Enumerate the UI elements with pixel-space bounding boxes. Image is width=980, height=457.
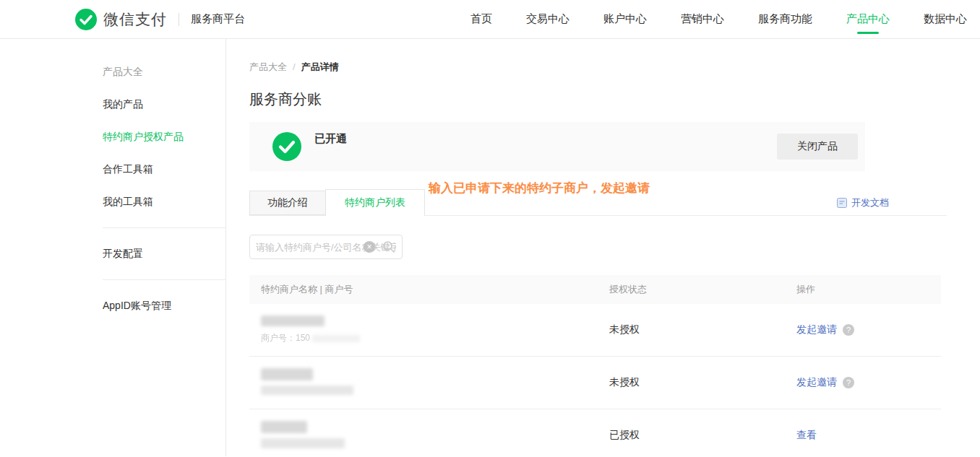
merchant-name-cell: 商户号：150 bbox=[249, 315, 609, 344]
nav-item-home[interactable]: 首页 bbox=[470, 12, 492, 26]
main-content: 产品大全/产品详情 服务商分账 已开通 关闭产品 功能介绍 特约商户列表 输入已… bbox=[226, 39, 980, 456]
dev-doc-link-label: 开发文档 bbox=[851, 196, 889, 209]
sidebar-item-my-toolbox[interactable]: 我的工具箱 bbox=[103, 195, 225, 209]
page-title: 服务商分账 bbox=[249, 90, 947, 109]
merchant-id-line: 商户号：150 bbox=[261, 332, 609, 344]
breadcrumb-current: 产品详情 bbox=[301, 61, 339, 72]
document-icon bbox=[837, 198, 847, 208]
redacted-merchant-name bbox=[261, 438, 345, 448]
merchant-name-cell bbox=[249, 421, 609, 451]
logo-divider bbox=[179, 13, 179, 26]
actions-cell: 发起邀请 ? bbox=[796, 376, 941, 389]
breadcrumb: 产品大全/产品详情 bbox=[249, 61, 947, 74]
view-link[interactable]: 查看 bbox=[796, 429, 817, 442]
annotation-text: 输入已申请下来的特约子商户，发起邀请 bbox=[429, 180, 650, 196]
close-product-button[interactable]: 关闭产品 bbox=[777, 134, 858, 160]
nav-item-trade-center[interactable]: 交易中心 bbox=[526, 12, 569, 26]
sidebar-item-product-catalog[interactable]: 产品大全 bbox=[103, 65, 225, 79]
search-box: × bbox=[249, 235, 403, 259]
nav-item-sp-features[interactable]: 服务商功能 bbox=[758, 12, 812, 26]
sidebar-item-my-products[interactable]: 我的产品 bbox=[103, 97, 225, 111]
sidebar-item-submch-auth-products[interactable]: 特约商户授权产品 bbox=[103, 130, 225, 144]
nav-item-marketing-center[interactable]: 营销中心 bbox=[681, 12, 724, 26]
wechat-pay-logo-icon bbox=[75, 9, 97, 30]
tab-bar: 功能介绍 特约商户列表 输入已申请下来的特约子商户，发起邀请 开发文档 bbox=[249, 190, 947, 216]
sidebar-divider bbox=[103, 227, 225, 228]
portal-name: 服务商平台 bbox=[191, 12, 245, 26]
top-header: 微信支付 服务商平台 首页 交易中心 账户中心 营销中心 服务商功能 产品中心 … bbox=[0, 0, 980, 39]
redacted-merchant-name bbox=[261, 368, 313, 380]
search-icon[interactable] bbox=[382, 240, 395, 256]
redacted-merchant-id bbox=[312, 335, 360, 342]
logo-text: 微信支付 bbox=[103, 9, 167, 30]
dev-doc-link[interactable]: 开发文档 bbox=[837, 196, 889, 209]
check-circle-icon bbox=[272, 132, 301, 161]
send-invite-link[interactable]: 发起邀请 bbox=[796, 376, 837, 389]
help-icon[interactable]: ? bbox=[843, 324, 854, 336]
nav-item-product-center[interactable]: 产品中心 bbox=[846, 12, 890, 26]
status-text: 已开通 bbox=[314, 132, 347, 146]
tab-submch-list[interactable]: 特约商户列表 bbox=[325, 189, 425, 216]
table-row: 未授权 发起邀请 ? bbox=[249, 357, 941, 409]
merchant-id-prefix: 商户号：150 bbox=[261, 332, 310, 344]
help-icon[interactable]: ? bbox=[843, 377, 854, 388]
redacted-merchant-name bbox=[261, 386, 353, 395]
table-row: 已授权 查看 bbox=[249, 409, 941, 457]
submch-table: 特约商户名称 | 商户号 授权状态 操作 商户号：150 未授权 发起邀请 ? bbox=[249, 275, 941, 457]
status-banner: 已开通 关闭产品 bbox=[249, 122, 865, 171]
breadcrumb-parent[interactable]: 产品大全 bbox=[249, 61, 287, 72]
top-nav: 首页 交易中心 账户中心 营销中心 服务商功能 产品中心 数据中心 bbox=[470, 12, 967, 26]
search-input[interactable] bbox=[249, 235, 403, 259]
sidebar-item-appid-management[interactable]: AppID账号管理 bbox=[103, 299, 225, 313]
table-header-row: 特约商户名称 | 商户号 授权状态 操作 bbox=[249, 275, 941, 304]
actions-cell: 发起邀请 ? bbox=[796, 323, 941, 336]
redacted-merchant-name bbox=[261, 315, 324, 326]
sidebar: 产品大全 我的产品 特约商户授权产品 合作工具箱 我的工具箱 开发配置 AppI… bbox=[0, 39, 226, 456]
col-header-auth-status: 授权状态 bbox=[609, 283, 796, 296]
page-body: 产品大全 我的产品 特约商户授权产品 合作工具箱 我的工具箱 开发配置 AppI… bbox=[0, 39, 980, 456]
tab-feature-intro[interactable]: 功能介绍 bbox=[249, 191, 326, 215]
send-invite-link[interactable]: 发起邀请 bbox=[796, 323, 837, 336]
auth-status: 已授权 bbox=[609, 429, 796, 442]
merchant-name-cell bbox=[249, 368, 609, 397]
sidebar-item-dev-config[interactable]: 开发配置 bbox=[103, 247, 225, 261]
sidebar-divider bbox=[103, 279, 225, 280]
auth-status: 未授权 bbox=[609, 323, 796, 336]
redacted-merchant-name bbox=[261, 421, 307, 433]
breadcrumb-separator: / bbox=[293, 61, 296, 72]
logo-area: 微信支付 服务商平台 bbox=[75, 9, 245, 30]
sidebar-item-coop-toolbox[interactable]: 合作工具箱 bbox=[103, 162, 225, 176]
col-header-merchant: 特约商户名称 | 商户号 bbox=[249, 283, 609, 296]
nav-item-data-center[interactable]: 数据中心 bbox=[924, 12, 967, 26]
clear-icon[interactable]: × bbox=[364, 241, 375, 253]
auth-status: 未授权 bbox=[609, 376, 796, 389]
table-row: 商户号：150 未授权 发起邀请 ? bbox=[249, 304, 941, 357]
nav-item-account-center[interactable]: 账户中心 bbox=[603, 12, 647, 26]
col-header-actions: 操作 bbox=[796, 283, 941, 296]
actions-cell: 查看 bbox=[796, 429, 941, 442]
